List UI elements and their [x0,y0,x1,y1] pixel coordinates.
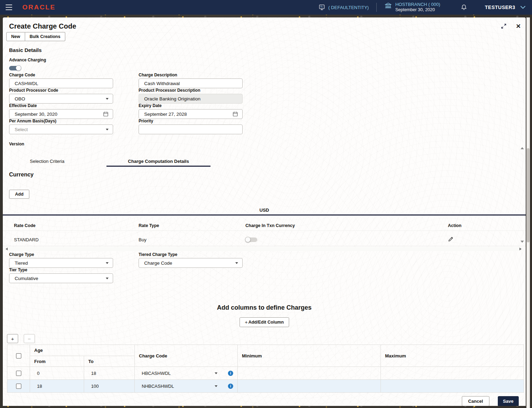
maximum-header: Maximum [381,345,524,367]
add-row-button[interactable]: + [7,334,18,343]
top-bar: ORACLE ( DEFAULTENTITY) HOSTBRANCH ( 000… [0,0,532,15]
maximum-value[interactable] [381,367,524,380]
charge-description-label: Charge Description [139,73,243,77]
bank-icon [384,2,392,9]
dropdown-caret-icon [235,262,238,264]
entity-selector[interactable]: ( DEFAULTENTITY) [318,4,369,11]
expiry-date-label: Expiry Date [139,103,243,108]
to-value[interactable]: 18 [84,367,135,380]
tab-charge-computation-details[interactable]: Charge Computation Details [106,156,210,167]
charge-code-header: Charge Code [135,345,238,367]
rate-type-value: Buy [139,237,146,242]
row-checkbox[interactable] [16,371,21,376]
charge-type-select[interactable]: Tiered [9,258,113,268]
scroll-up-icon[interactable] [520,147,524,149]
close-icon[interactable]: ✕ [516,23,521,30]
charge-code-cell-select[interactable]: HBCASHWDL [142,371,215,376]
charge-code-cell-select[interactable]: NHBCASHWDL [142,384,215,389]
charge-code-label: Charge Code [9,73,113,77]
calendar-icon [232,111,238,117]
priority-label: Priority [139,119,243,123]
effective-date-label: Effective Date [9,103,113,108]
expand-icon[interactable] [501,23,507,29]
per-annum-basis-select[interactable]: Select [9,124,113,134]
vertical-scrollbar[interactable] [526,17,530,408]
rate-code-header: Rate Code [14,223,36,228]
info-icon[interactable] [228,371,233,376]
dropdown-caret-icon[interactable] [215,372,217,374]
tab-selection-criteria[interactable]: Selection Criteria [14,156,80,167]
cancel-button[interactable]: Cancel [462,396,489,406]
table-row: 0 18 HBCASHWDL [7,367,524,380]
effective-date-picker[interactable]: September 30, 2020 [9,109,113,119]
tab-currency-usd[interactable]: USD [3,205,526,216]
to-header: To [84,356,135,367]
edit-rate-button[interactable] [448,236,454,242]
currency-heading: Currency [9,172,34,178]
menu-icon[interactable] [6,4,15,11]
advance-charging-toggle[interactable] [9,66,21,70]
priority-input[interactable] [139,124,243,134]
scroll-left-icon[interactable] [6,248,8,250]
charge-description-input[interactable] [139,78,243,88]
user-menu[interactable]: TESTUSER3 [485,5,526,10]
page-title: Create Charge Code [9,22,76,30]
tiered-charge-type-select[interactable]: Charge Code [139,258,243,268]
row-checkbox[interactable] [16,384,21,389]
entity-icon [318,4,325,11]
from-value[interactable]: 18 [30,380,84,393]
minimum-value[interactable] [238,380,381,393]
to-value[interactable]: 100 [84,380,135,393]
branch-selector[interactable]: HOSTBRANCH ( 000) September 30, 2020 [384,2,440,13]
scrollbar-thumb[interactable] [527,148,530,242]
from-value[interactable]: 0 [30,367,84,380]
detail-tabs: Selection Criteria Charge Computation De… [3,156,526,167]
product-processor-code-label: Product Processor Code [9,88,113,93]
maximum-value[interactable] [381,380,524,393]
notifications-button[interactable] [460,4,467,11]
add-currency-button[interactable]: Add [9,190,29,199]
product-processor-description-field: Oracle Banking Origination [139,94,243,104]
rate-type-header: Rate Type [139,223,159,228]
scroll-right-icon[interactable] [519,248,522,250]
action-header: Action [448,223,461,228]
charge-code-input[interactable] [9,78,113,88]
tier-type-label: Tier Type [9,267,113,272]
tiered-charge-type-label: Tiered Charge Type [139,252,243,257]
remove-row-button[interactable]: − [24,334,35,343]
select-all-checkbox[interactable] [16,353,21,358]
chevron-down-icon [520,6,526,9]
oracle-logo: ORACLE [22,3,56,11]
add-edit-column-button[interactable]: + Add/Edit Column [239,317,289,327]
charge-in-txn-header: Charge In Txn Currency [245,223,295,228]
advance-charging-label: Advance Charging [9,58,46,62]
entity-label: ( DEFAULTENTITY) [328,5,369,10]
charge-in-txn-toggle[interactable] [245,237,257,242]
bell-icon [460,4,467,11]
new-button[interactable]: New [6,32,25,41]
basic-details-form: Charge Code Charge Description Product P… [9,73,253,134]
product-processor-description-label: Product Processor Description [139,88,243,93]
create-charge-code-panel: Create Charge Code ✕ New Bulk Creations … [3,17,526,406]
tier-type-select[interactable]: Cumulative [9,273,113,283]
record-toolbar: New Bulk Creations [6,32,65,41]
dropdown-caret-icon [106,278,109,279]
dropdown-caret-icon [106,129,109,130]
save-button[interactable]: Save [498,396,519,406]
charge-type-label: Charge Type [9,252,113,257]
scroll-down-icon[interactable] [520,241,524,243]
expiry-date-picker[interactable]: September 27, 2028 [139,109,243,119]
per-annum-basis-label: Per Annum Basis(Days) [9,119,113,123]
plus-icon: + [245,319,247,325]
branch-date: September 30, 2020 [395,7,440,13]
rate-code-value: STANDARD [14,237,39,242]
age-header: Age [30,345,135,356]
dropdown-caret-icon[interactable] [215,385,217,387]
minimum-value[interactable] [238,367,381,380]
product-processor-code-select[interactable]: OBO [9,94,113,104]
horizontal-scrollbar[interactable] [4,247,523,251]
bulk-creations-button[interactable]: Bulk Creations [25,32,65,41]
info-icon[interactable] [228,384,233,389]
minimum-header: Minimum [238,345,381,367]
calendar-icon [103,111,109,117]
